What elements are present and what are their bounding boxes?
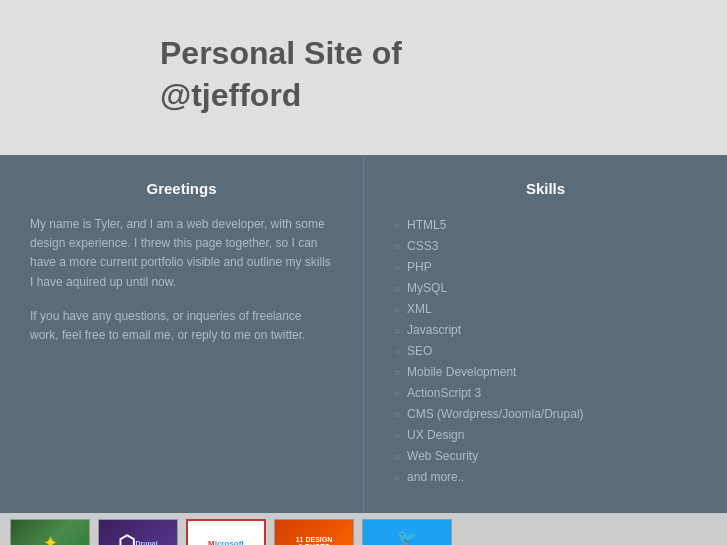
main-content: Greetings My name is Tyler, and I am a w… bbox=[0, 155, 727, 513]
footer-logo-3: M icrosoft bbox=[186, 519, 266, 545]
footer-logo-twitter[interactable]: 🐦 TWITTER bbox=[362, 519, 452, 545]
skill-item-7: Mobile Development bbox=[394, 362, 697, 383]
drupal-icon: ⬡ bbox=[118, 531, 135, 545]
skill-item-1: CSS3 bbox=[394, 236, 697, 257]
skill-item-3: MySQL bbox=[394, 278, 697, 299]
skill-item-2: PHP bbox=[394, 257, 697, 278]
title-line1: Personal Site of bbox=[160, 35, 402, 71]
greetings-heading: Greetings bbox=[30, 180, 333, 197]
skills-heading: Skills bbox=[394, 180, 697, 197]
skills-list: HTML5CSS3PHPMySQLXMLJavascriptSEOMobile … bbox=[394, 215, 697, 488]
microsoft-label: M bbox=[208, 539, 215, 546]
footer-logo-2: ⬡ Drupal bbox=[98, 519, 178, 545]
skill-item-12: and more.. bbox=[394, 467, 697, 488]
skill-item-6: SEO bbox=[394, 341, 697, 362]
greetings-column: Greetings My name is Tyler, and I am a w… bbox=[0, 155, 364, 513]
skills-column: Skills HTML5CSS3PHPMySQLXMLJavascriptSEO… bbox=[364, 155, 727, 513]
skill-item-0: HTML5 bbox=[394, 215, 697, 236]
greetings-paragraph1: My name is Tyler, and I am a web develop… bbox=[30, 215, 333, 292]
design-label: 11 DESIGN& PHOTO bbox=[296, 536, 333, 545]
twitter-bird-icon: 🐦 bbox=[397, 528, 417, 546]
title-line2: @tjefford bbox=[160, 77, 301, 113]
skill-item-5: Javascript bbox=[394, 320, 697, 341]
site-title: Personal Site of @tjefford bbox=[160, 33, 402, 116]
skill-item-11: Web Security bbox=[394, 446, 697, 467]
footer-logo-4: 11 DESIGN& PHOTO bbox=[274, 519, 354, 545]
skill-item-8: ActionScript 3 bbox=[394, 383, 697, 404]
skill-item-9: CMS (Wordpress/Joomla/Drupal) bbox=[394, 404, 697, 425]
footer-logos: ⬡ Drupal M icrosoft 11 DESIGN& PHOTO 🐦 T… bbox=[0, 513, 727, 545]
skill-item-4: XML bbox=[394, 299, 697, 320]
header-section: Personal Site of @tjefford bbox=[0, 0, 727, 155]
greetings-paragraph2: If you have any questions, or inqueries … bbox=[30, 307, 333, 345]
footer-logo-1 bbox=[10, 519, 90, 545]
skill-item-10: UX Design bbox=[394, 425, 697, 446]
